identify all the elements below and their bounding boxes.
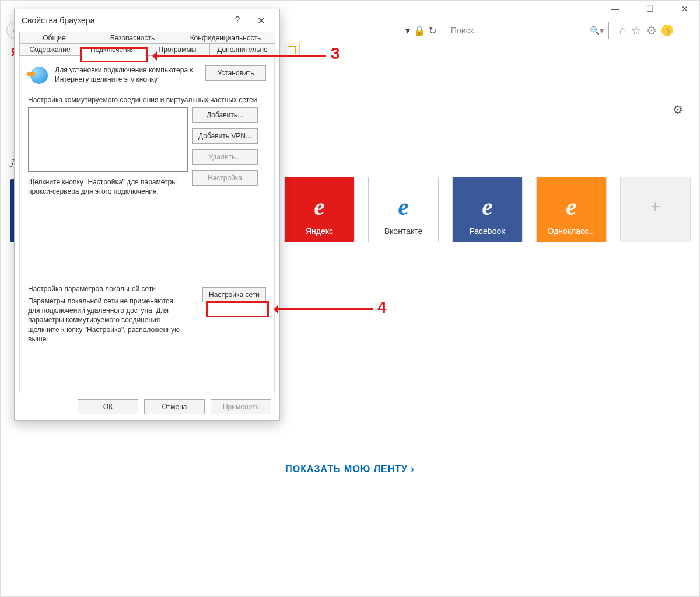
tile-facebook[interactable]: e Facebook (452, 177, 523, 242)
refresh-button[interactable]: ↻ (429, 25, 436, 36)
tab-general[interactable]: Общие (19, 32, 89, 44)
ie-icon: e (482, 193, 493, 221)
dialog-titlebar: Свойства браузера ? ✕ (15, 9, 279, 32)
window-close-button[interactable]: ✕ (676, 4, 694, 13)
annotation-arrow-4 (275, 308, 373, 310)
tile-add[interactable]: + (620, 177, 691, 242)
setup-text: Для установки подключения компьютера к И… (55, 65, 200, 84)
connection-wizard-icon (28, 65, 49, 86)
page-settings-gear-icon[interactable]: ⚙ (673, 103, 683, 117)
tile-label: Яндекс (306, 226, 333, 236)
lock-icon: 🔒 (414, 25, 425, 36)
tab-privacy[interactable]: Конфиденциальность (176, 32, 275, 44)
feedback-smiley-icon[interactable]: :) (662, 25, 673, 36)
search-placeholder: Поиск... (451, 26, 480, 35)
ie-icon: e (566, 193, 577, 221)
annotation-arrow-3 (153, 55, 326, 57)
proxy-hint-text: Щелкните кнопку "Настройка" для параметр… (28, 177, 188, 196)
dialog-title: Свойства браузера (22, 16, 226, 25)
tab-content[interactable]: Содержание (19, 43, 80, 56)
add-connection-button[interactable]: Добавить... (192, 107, 258, 123)
search-icon[interactable]: 🔍▾ (590, 26, 604, 35)
ok-button[interactable]: ОК (78, 399, 138, 414)
dialup-section-label: Настройка коммутируемого соединения и ви… (28, 96, 266, 104)
address-bar-right: ▾ 🔒 ↻ (405, 25, 436, 36)
tile-yandex[interactable]: e Яндекс (284, 177, 355, 242)
favorites-icon[interactable]: ☆ (631, 23, 642, 37)
annotation-number-4: 4 (375, 298, 389, 317)
ie-icon: e (314, 193, 325, 221)
tile-label: Однокласс... (547, 226, 595, 236)
toolbar-icons: ⌂ ☆ ⚙ :) (620, 23, 673, 37)
tab-security[interactable]: Безопасность (89, 32, 176, 44)
dropdown-icon[interactable]: ▾ (405, 25, 410, 36)
minimize-button[interactable]: — (606, 4, 624, 13)
annotation-number-3: 3 (328, 44, 342, 63)
dialog-close-button[interactable]: ✕ (249, 15, 272, 26)
ie-icon: e (398, 193, 409, 221)
delete-connection-button: Удалить... (192, 149, 258, 165)
tab-advanced[interactable]: Дополнительно (209, 43, 275, 56)
apply-button: Применить (211, 399, 271, 414)
add-vpn-button[interactable]: Добавить VPN... (192, 128, 258, 144)
maximize-button[interactable]: ☐ (641, 4, 659, 13)
tile-vkontakte[interactable]: e Вконтакте (368, 177, 439, 242)
dialog-help-button[interactable]: ? (226, 15, 249, 26)
search-input[interactable]: Поиск... 🔍▾ (446, 22, 609, 39)
dialog-body: Для установки подключения компьютера к И… (19, 57, 275, 393)
install-button[interactable]: Установить (205, 65, 266, 81)
tile-label: Facebook (470, 226, 505, 236)
connections-listbox[interactable] (28, 107, 188, 172)
cancel-button[interactable]: Отмена (144, 399, 205, 414)
window-controls: — ☐ ✕ (606, 4, 694, 13)
tile-label: Вконтакте (384, 226, 423, 236)
home-icon[interactable]: ⌂ (620, 24, 626, 37)
tab-connections[interactable]: Подключения (80, 43, 145, 56)
plus-icon: + (650, 197, 661, 217)
tile-odnoklassniki[interactable]: e Однокласс... (536, 177, 607, 242)
show-feed-link[interactable]: ПОКАЗАТЬ МОЮ ЛЕНТУ › (1, 464, 699, 474)
lan-text: Параметры локальной сети не применяются … (28, 296, 186, 344)
connection-settings-button: Настройка (192, 170, 258, 186)
tools-gear-icon[interactable]: ⚙ (646, 23, 657, 37)
lan-settings-button[interactable]: Настройка сети (202, 287, 266, 302)
dialog-footer: ОК Отмена Применить (15, 393, 279, 420)
speed-dial-tiles: e Яндекс e Вконтакте e Facebook e Однокл… (284, 177, 691, 242)
dialog-tabs: Общие Безопасность Конфиденциальность Со… (19, 32, 275, 57)
internet-options-dialog: Свойства браузера ? ✕ Общие Безопасность… (14, 9, 280, 421)
